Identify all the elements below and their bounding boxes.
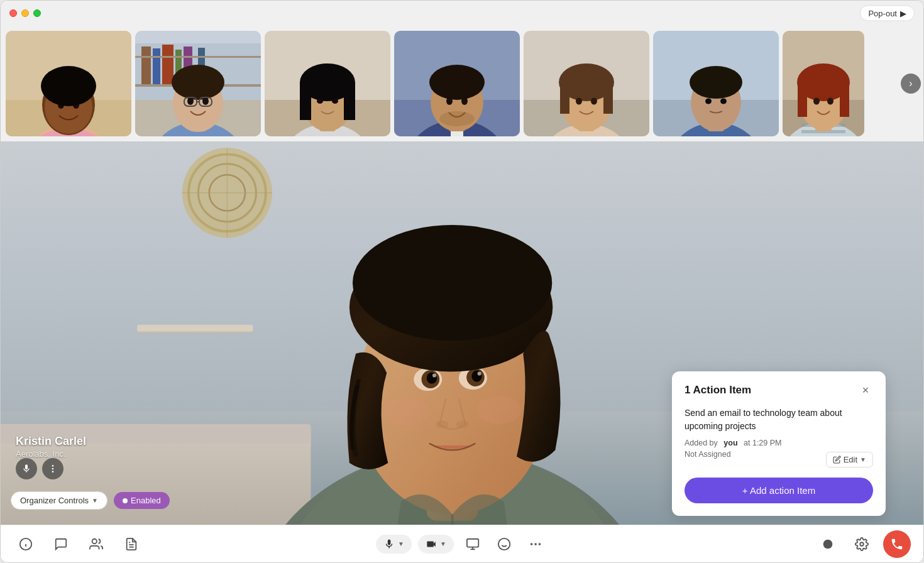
svg-point-126 bbox=[531, 543, 533, 545]
mic-button[interactable]: ▼ bbox=[376, 535, 412, 554]
added-by-prefix: Added by bbox=[685, 439, 718, 447]
organizer-bar: Organizer Controls ▼ Enabled bbox=[11, 491, 170, 510]
added-at-time: at 1:29 PM bbox=[744, 439, 781, 447]
svg-point-129 bbox=[823, 539, 833, 549]
svg-rect-36 bbox=[300, 82, 311, 120]
svg-point-46 bbox=[429, 65, 485, 100]
svg-point-65 bbox=[690, 66, 742, 99]
svg-point-67 bbox=[720, 99, 727, 104]
emoji-button[interactable] bbox=[492, 532, 517, 557]
info-button[interactable] bbox=[13, 532, 38, 557]
svg-rect-14 bbox=[162, 45, 173, 84]
svg-rect-77 bbox=[840, 82, 849, 117]
popout-icon: ▶ bbox=[900, 9, 906, 18]
svg-rect-56 bbox=[560, 82, 569, 114]
participant-thumb-7[interactable] bbox=[783, 31, 864, 136]
video-controls bbox=[16, 458, 63, 479]
screen-share-button[interactable] bbox=[460, 532, 485, 557]
titlebar: Pop-out ▶ bbox=[1, 1, 923, 26]
action-item-assigned: Not Assigned bbox=[685, 450, 731, 459]
svg-rect-13 bbox=[153, 48, 160, 84]
chat-button[interactable] bbox=[48, 532, 74, 557]
action-panel-header: 1 Action Item × bbox=[685, 383, 873, 398]
app-window: Pop-out ▶ bbox=[0, 0, 924, 563]
minimize-dot[interactable] bbox=[21, 9, 29, 17]
speaker-name: Kristin Carlel bbox=[16, 435, 86, 448]
svg-point-107 bbox=[476, 396, 522, 424]
more-options-btn[interactable] bbox=[42, 458, 63, 479]
enabled-label: Enabled bbox=[131, 496, 161, 505]
mic-group: ▼ bbox=[376, 535, 412, 554]
svg-point-39 bbox=[332, 99, 338, 104]
svg-point-106 bbox=[383, 397, 429, 425]
settings-button[interactable] bbox=[849, 532, 874, 557]
popout-button[interactable]: Pop-out ▶ bbox=[860, 6, 915, 21]
svg-point-105 bbox=[456, 420, 469, 428]
close-dot[interactable] bbox=[9, 9, 17, 17]
participant-thumb-2[interactable] bbox=[135, 31, 261, 136]
svg-rect-12 bbox=[141, 46, 151, 84]
camera-chevron-icon: ▼ bbox=[440, 540, 446, 547]
enabled-badge: Enabled bbox=[114, 492, 170, 509]
main-video: Kristin Carlel Aerolabs, Inc. bbox=[1, 141, 923, 525]
organizer-controls-btn[interactable]: Organizer Controls ▼ bbox=[11, 491, 107, 510]
mic-chevron-icon: ▼ bbox=[398, 540, 404, 547]
participants-strip: › bbox=[1, 26, 923, 141]
action-item-meta: Added by you at 1:29 PM bbox=[685, 439, 873, 447]
svg-point-59 bbox=[591, 98, 597, 105]
edit-button[interactable]: Edit ▼ bbox=[826, 452, 873, 467]
participant-thumb-1[interactable] bbox=[6, 31, 131, 136]
notes-button[interactable] bbox=[119, 532, 144, 557]
add-action-label: + Add action Item bbox=[742, 485, 815, 496]
svg-point-78 bbox=[813, 98, 820, 105]
mic-mute-btn[interactable] bbox=[16, 458, 37, 479]
camera-group: ▼ bbox=[418, 535, 454, 554]
action-panel-close-button[interactable]: × bbox=[858, 383, 873, 398]
svg-point-113 bbox=[52, 471, 54, 473]
svg-point-112 bbox=[52, 468, 54, 470]
bottom-toolbar: ▼ ▼ bbox=[1, 525, 923, 562]
organizer-controls-label: Organizer Controls bbox=[20, 496, 89, 505]
svg-point-103 bbox=[478, 371, 481, 375]
svg-point-102 bbox=[432, 373, 436, 377]
camera-button[interactable]: ▼ bbox=[418, 535, 454, 554]
svg-point-47 bbox=[439, 111, 475, 126]
people-button[interactable] bbox=[84, 532, 109, 557]
svg-point-9 bbox=[41, 66, 96, 106]
svg-rect-76 bbox=[798, 82, 807, 117]
participant-thumb-5[interactable] bbox=[524, 31, 649, 136]
edit-label: Edit bbox=[844, 455, 857, 464]
toolbar-left bbox=[13, 532, 144, 557]
svg-point-109 bbox=[353, 225, 552, 341]
participant-thumb-3[interactable] bbox=[265, 31, 390, 136]
svg-point-25 bbox=[187, 97, 194, 105]
svg-point-128 bbox=[538, 543, 541, 545]
svg-point-49 bbox=[461, 97, 468, 105]
chevron-down-icon: ▼ bbox=[92, 497, 98, 504]
maximize-dot[interactable] bbox=[33, 9, 41, 17]
svg-rect-120 bbox=[467, 538, 478, 547]
main-content: Kristin Carlel Aerolabs, Inc. bbox=[1, 141, 923, 525]
svg-rect-19 bbox=[135, 56, 261, 58]
popout-label: Pop-out bbox=[868, 9, 897, 18]
end-call-button[interactable] bbox=[883, 530, 911, 558]
participant-thumb-4[interactable] bbox=[394, 31, 520, 136]
strip-nav-right[interactable]: › bbox=[901, 74, 921, 94]
svg-point-111 bbox=[52, 465, 54, 467]
toolbar-center: ▼ ▼ bbox=[376, 532, 548, 557]
edit-chevron-icon: ▼ bbox=[860, 456, 866, 463]
svg-point-48 bbox=[446, 97, 453, 105]
record-button[interactable] bbox=[815, 532, 840, 557]
add-action-item-button[interactable]: + Add action Item bbox=[685, 478, 873, 503]
more-options-toolbar-button[interactable] bbox=[523, 532, 548, 557]
svg-point-66 bbox=[705, 99, 712, 104]
svg-point-38 bbox=[317, 99, 323, 104]
action-items-panel: 1 Action Item × Send an email to technol… bbox=[672, 371, 886, 516]
participant-thumb-6[interactable] bbox=[653, 31, 779, 136]
svg-point-117 bbox=[92, 538, 97, 543]
name-badge: Kristin Carlel Aerolabs, Inc. bbox=[16, 435, 86, 459]
svg-rect-57 bbox=[603, 82, 613, 114]
toolbar-right bbox=[815, 530, 911, 558]
svg-point-24 bbox=[172, 65, 224, 100]
window-controls bbox=[9, 9, 41, 17]
